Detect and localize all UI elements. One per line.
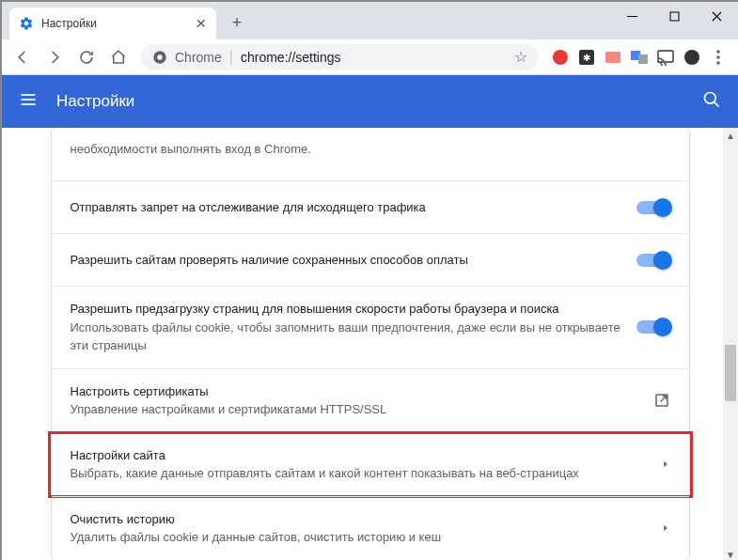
svg-point-15 (716, 55, 720, 59)
back-button[interactable] (8, 42, 38, 72)
svg-marker-23 (664, 461, 667, 468)
home-button[interactable] (103, 42, 133, 72)
svg-point-20 (705, 93, 716, 104)
row-title: Отправлять запрет на отслеживание для ис… (71, 198, 621, 217)
row-sub: необходимости выполнять вход в Chrome. (71, 140, 670, 159)
row-clear-browsing-data[interactable]: Очистить историю Удалить файлы cookie и … (52, 496, 689, 560)
translate-icon[interactable] (631, 49, 648, 66)
menu-icon[interactable] (710, 49, 727, 66)
row-sub: Управление настройками и сертификатами H… (71, 400, 638, 419)
svg-marker-24 (664, 525, 667, 532)
row-title: Настройки сайта (71, 446, 646, 465)
row-site-settings[interactable]: Настройки сайта Выбрать, какие данные от… (52, 432, 689, 496)
page-title: Настройки (56, 92, 702, 111)
hamburger-icon[interactable] (19, 90, 38, 113)
row-title: Очистить историю (71, 510, 646, 529)
svg-rect-11 (638, 54, 648, 64)
row-sub: Удалить файлы cookie и данные сайтов, оч… (71, 528, 646, 547)
gear-icon (19, 16, 34, 31)
row-payment-methods[interactable]: Разрешить сайтам проверять наличие сохра… (52, 233, 689, 286)
scrollbar-track[interactable] (723, 143, 738, 547)
row-do-not-track[interactable]: Отправлять запрет на отслеживание для ис… (52, 180, 689, 233)
chrome-icon (152, 50, 167, 65)
reload-button[interactable] (71, 42, 102, 72)
settings-header: Настройки (2, 75, 738, 128)
search-icon[interactable] (702, 90, 721, 113)
forward-button[interactable] (39, 42, 70, 72)
extension-icon-3[interactable] (605, 49, 621, 66)
chevron-right-icon (661, 459, 670, 469)
minimize-button[interactable] (611, 2, 653, 30)
extension-icon-1[interactable] (552, 49, 569, 66)
row-title: Разрешить сайтам проверять наличие сохра… (71, 251, 621, 270)
svg-point-14 (716, 50, 720, 54)
window-controls (611, 2, 738, 30)
row-sub: Выбрать, какие данные отправлять сайтам … (71, 464, 646, 483)
tab-title: Настройки (41, 17, 188, 30)
maximize-button[interactable] (653, 2, 696, 30)
row-certificates[interactable]: Настроить сертификаты Управление настрой… (52, 368, 689, 432)
scroll-down-icon[interactable]: ▼ (723, 547, 738, 560)
new-tab-button[interactable]: + (224, 9, 250, 36)
extension-icon-2[interactable]: ✱ (578, 49, 595, 66)
row-signin-partial: необходимости выполнять вход в Chrome. (52, 128, 689, 180)
browser-toolbar: Chrome | chrome://settings ☆ ✱ (2, 39, 738, 75)
profile-icon[interactable] (683, 49, 700, 66)
window-titlebar: Настройки ✕ + (2, 2, 738, 39)
svg-text:✱: ✱ (583, 53, 590, 63)
divider: | (229, 49, 233, 66)
external-link-icon[interactable] (653, 392, 670, 409)
extension-icons: ✱ (546, 49, 732, 66)
cast-icon[interactable] (657, 49, 674, 66)
svg-rect-12 (658, 51, 673, 62)
svg-point-6 (553, 50, 568, 65)
svg-point-13 (684, 50, 699, 65)
browser-tab[interactable]: Настройки ✕ (9, 8, 216, 39)
toggle-do-not-track[interactable] (636, 201, 670, 214)
svg-line-21 (714, 102, 719, 107)
svg-point-16 (716, 61, 720, 65)
scroll-up-icon[interactable]: ▲ (723, 128, 738, 143)
content-area: необходимости выполнять вход в Chrome. О… (2, 128, 738, 560)
toggle-preload[interactable] (636, 320, 670, 334)
star-icon[interactable]: ☆ (514, 48, 527, 66)
toggle-payment-methods[interactable] (636, 254, 670, 267)
address-bar[interactable]: Chrome | chrome://settings ☆ (141, 44, 539, 70)
svg-rect-9 (605, 52, 620, 63)
privacy-card: необходимости выполнять вход в Chrome. О… (51, 128, 690, 560)
close-icon[interactable]: ✕ (196, 16, 207, 31)
omnibox-url: chrome://settings (241, 50, 341, 65)
omnibox-origin-label: Chrome (175, 50, 222, 65)
row-sub: Использовать файлы cookie, чтобы запомни… (71, 319, 621, 355)
svg-rect-1 (670, 12, 679, 21)
chevron-right-icon (661, 523, 670, 533)
row-preload[interactable]: Разрешить предзагрузку страниц для повыш… (52, 286, 689, 368)
scrollbar-thumb[interactable] (725, 345, 736, 401)
row-title: Разрешить предзагрузку страниц для повыш… (71, 300, 621, 319)
svg-point-5 (157, 54, 162, 59)
row-title: Настроить сертификаты (71, 382, 638, 401)
page-scrollbar[interactable]: ▲ ▼ (723, 128, 738, 560)
close-window-button[interactable] (696, 2, 738, 30)
